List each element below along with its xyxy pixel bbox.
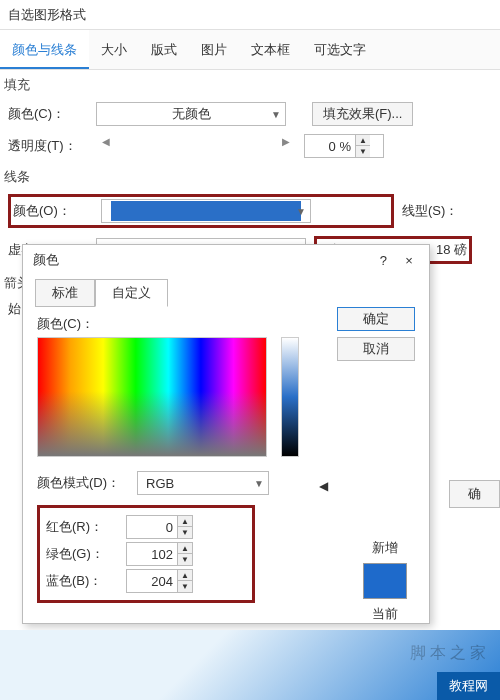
fill-effect-button[interactable]: 填充效果(F)...: [312, 102, 413, 126]
slider-left-icon: ◀: [102, 136, 110, 147]
color-gradient-picker[interactable]: [37, 337, 267, 457]
tab-layout[interactable]: 版式: [139, 30, 189, 69]
footer-banner: 教程网: [437, 672, 500, 700]
luminance-bar[interactable]: [281, 337, 299, 457]
luminance-marker-icon[interactable]: ◀: [319, 479, 328, 493]
fill-header: 填充: [0, 70, 500, 98]
blue-input[interactable]: [127, 574, 177, 589]
green-label: 绿色(G)：: [46, 545, 116, 563]
color-mode-value: RGB: [146, 476, 174, 491]
red-input[interactable]: [127, 520, 177, 535]
spin-down-icon[interactable]: ▼: [178, 581, 192, 592]
main-tabs: 颜色与线条 大小 版式 图片 文本框 可选文字: [0, 30, 500, 70]
dialog-title: 颜色: [33, 251, 380, 269]
footer-image: [0, 630, 500, 700]
spin-up-icon[interactable]: ▲: [178, 516, 192, 527]
color-dialog: 颜色 ? × 标准 自定义 确定 取消 颜色(C)： ◀ 颜色模式(D)： RG…: [22, 244, 430, 624]
tab-color-line[interactable]: 颜色与线条: [0, 30, 89, 69]
line-header: 线条: [0, 162, 500, 190]
color-preview: 新增 当前: [363, 539, 407, 623]
tab-picture[interactable]: 图片: [189, 30, 239, 69]
main-ok-button[interactable]: 确: [449, 480, 500, 508]
line-color-swatch: [111, 201, 301, 221]
new-color-swatch: [363, 563, 407, 599]
blue-label: 蓝色(B)：: [46, 572, 116, 590]
tab-alttext[interactable]: 可选文字: [302, 30, 378, 69]
spin-up-icon[interactable]: ▲: [178, 570, 192, 581]
tab-custom[interactable]: 自定义: [95, 279, 168, 307]
fill-color-combo[interactable]: 无颜色 ▼: [96, 102, 286, 126]
opacity-spinner[interactable]: ▲▼: [304, 134, 384, 158]
window-title: 自选图形格式: [0, 0, 500, 30]
opacity-slider[interactable]: ◀ ▶: [96, 136, 296, 156]
spin-up-icon[interactable]: ▲: [178, 543, 192, 554]
chevron-down-icon: ▼: [271, 109, 281, 120]
line-style-label: 线型(S)：: [402, 202, 492, 220]
fill-color-value: 无颜色: [172, 105, 211, 123]
chevron-down-icon: ▼: [296, 206, 306, 217]
rgb-group: 红色(R)： ▲▼ 绿色(G)： ▲▼ 蓝色(B)： ▲▼: [37, 505, 255, 603]
current-label: 当前: [372, 605, 398, 623]
ok-button[interactable]: 确定: [337, 307, 415, 331]
line-color-label: 颜色(O)：: [13, 202, 93, 220]
line-color-combo[interactable]: ▼: [101, 199, 311, 223]
spin-up-icon[interactable]: ▲: [356, 135, 370, 146]
spin-down-icon[interactable]: ▼: [178, 554, 192, 565]
tab-textbox[interactable]: 文本框: [239, 30, 302, 69]
tab-standard[interactable]: 标准: [35, 279, 95, 307]
fill-color-label: 颜色(C)：: [8, 105, 88, 123]
watermark-text: 脚本之家: [410, 643, 490, 664]
red-label: 红色(R)：: [46, 518, 116, 536]
green-input[interactable]: [127, 547, 177, 562]
tab-size[interactable]: 大小: [89, 30, 139, 69]
new-label: 新增: [372, 539, 398, 557]
color-mode-label: 颜色模式(D)：: [37, 474, 129, 492]
spin-down-icon[interactable]: ▼: [356, 146, 370, 157]
opacity-label: 透明度(T)：: [8, 137, 88, 155]
help-icon[interactable]: ?: [380, 253, 387, 268]
color-mode-combo[interactable]: RGB ▼: [137, 471, 269, 495]
opacity-value[interactable]: [305, 139, 355, 154]
cancel-button[interactable]: 取消: [337, 337, 415, 361]
spin-down-icon[interactable]: ▼: [178, 527, 192, 538]
close-icon[interactable]: ×: [399, 253, 419, 268]
slider-right-icon: ▶: [282, 136, 290, 147]
chevron-down-icon: ▼: [254, 478, 264, 489]
